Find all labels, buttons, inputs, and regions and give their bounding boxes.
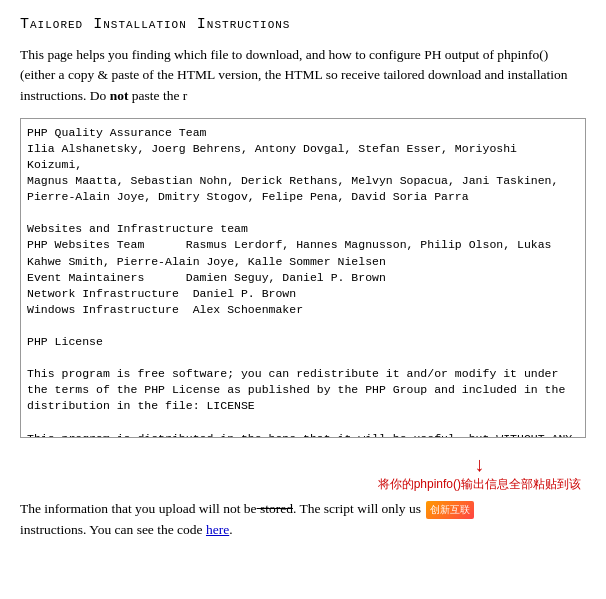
bottom-section: The information that you upload will not…	[20, 498, 586, 541]
annotation-text: 将你的phpinfo()输出信息全部粘贴到该	[378, 476, 581, 493]
bottom-paragraph-2: instructions. You can see the code here.	[20, 519, 586, 541]
textarea-section: PHP Quality Assurance Team Ilia Alshanet…	[20, 118, 586, 438]
here-link[interactable]: here	[206, 522, 229, 537]
intro-paragraph: This page helps you finding which file t…	[20, 45, 586, 106]
phpinfo-textarea[interactable]: PHP Quality Assurance Team Ilia Alshanet…	[20, 118, 586, 438]
watermark: 创新互联	[426, 501, 474, 519]
bottom-paragraph-1: The information that you upload will not…	[20, 498, 586, 520]
page-title: Tailored Installation Instructions	[20, 16, 586, 33]
annotation-overlay: ↓ 将你的phpinfo()输出信息全部粘贴到该	[378, 457, 581, 493]
annotation-arrow-icon: ↓	[378, 453, 581, 476]
